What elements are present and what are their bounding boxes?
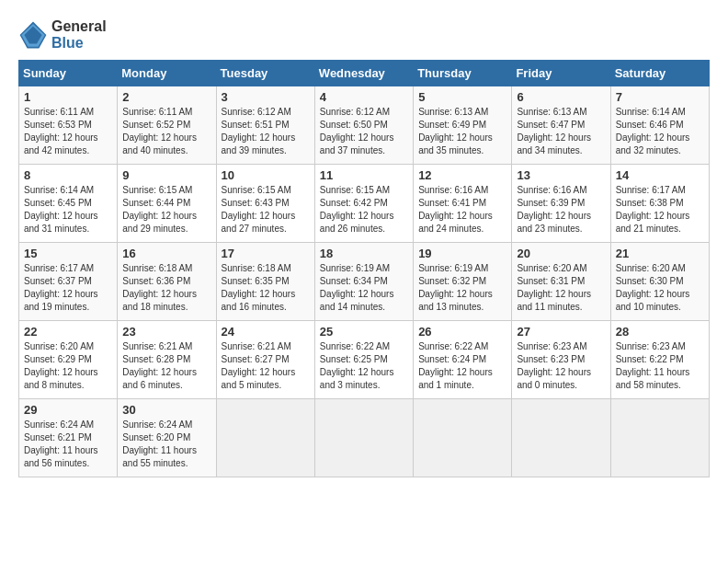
calendar-cell [610,399,709,477]
day-number: 30 [122,403,210,417]
cell-info: Sunrise: 6:16 AMSunset: 6:41 PMDaylight:… [418,184,506,236]
week-row-5: 29Sunrise: 6:24 AMSunset: 6:21 PMDayligh… [19,399,710,477]
cell-info: Sunrise: 6:17 AMSunset: 6:37 PMDaylight:… [24,262,112,314]
cell-info: Sunrise: 6:14 AMSunset: 6:46 PMDaylight:… [616,106,704,157]
day-number: 1 [24,90,112,104]
day-number: 10 [222,168,310,182]
week-row-2: 8Sunrise: 6:14 AMSunset: 6:45 PMDaylight… [19,165,710,243]
header-saturday: Saturday [610,61,709,86]
day-number: 24 [222,325,310,339]
cell-info: Sunrise: 6:20 AMSunset: 6:31 PMDaylight:… [517,262,605,314]
calendar-cell: 20Sunrise: 6:20 AMSunset: 6:31 PMDayligh… [512,243,610,321]
day-number: 21 [616,247,704,260]
calendar-cell: 25Sunrise: 6:22 AMSunset: 6:25 PMDayligh… [314,321,413,399]
calendar-cell: 30Sunrise: 6:24 AMSunset: 6:20 PMDayligh… [118,399,216,477]
day-number: 18 [320,247,408,260]
calendar-cell: 2Sunrise: 6:11 AMSunset: 6:52 PMDaylight… [118,86,216,165]
cell-info: Sunrise: 6:19 AMSunset: 6:34 PMDaylight:… [320,262,408,314]
cell-info: Sunrise: 6:22 AMSunset: 6:25 PMDaylight:… [320,340,408,392]
cell-info: Sunrise: 6:16 AMSunset: 6:39 PMDaylight:… [517,184,605,236]
day-number: 2 [122,90,210,104]
cell-info: Sunrise: 6:20 AMSunset: 6:30 PMDaylight:… [616,262,704,314]
day-number: 25 [320,325,408,339]
header-friday: Friday [512,61,610,86]
day-number: 8 [24,168,112,182]
day-number: 9 [122,168,210,182]
cell-info: Sunrise: 6:23 AMSunset: 6:23 PMDaylight:… [517,340,605,392]
calendar-cell: 23Sunrise: 6:21 AMSunset: 6:28 PMDayligh… [118,321,216,399]
header-tuesday: Tuesday [216,61,314,86]
day-number: 5 [418,90,506,104]
cell-info: Sunrise: 6:15 AMSunset: 6:42 PMDaylight:… [320,184,408,236]
day-number: 3 [222,90,310,104]
page-header: General Blue [18,18,710,51]
calendar-cell: 11Sunrise: 6:15 AMSunset: 6:42 PMDayligh… [314,165,413,243]
cell-info: Sunrise: 6:13 AMSunset: 6:47 PMDaylight:… [517,106,605,157]
day-number: 28 [616,325,704,339]
logo-icon [18,20,48,50]
calendar-cell: 4Sunrise: 6:12 AMSunset: 6:50 PMDaylight… [314,86,413,165]
calendar-cell: 5Sunrise: 6:13 AMSunset: 6:49 PMDaylight… [414,86,512,165]
cell-info: Sunrise: 6:23 AMSunset: 6:22 PMDaylight:… [616,340,704,392]
calendar-cell: 24Sunrise: 6:21 AMSunset: 6:27 PMDayligh… [216,321,314,399]
day-number: 29 [24,403,112,417]
header-monday: Monday [118,61,216,86]
day-number: 6 [517,90,605,104]
calendar-cell: 10Sunrise: 6:15 AMSunset: 6:43 PMDayligh… [216,165,314,243]
calendar-cell: 15Sunrise: 6:17 AMSunset: 6:37 PMDayligh… [19,243,118,321]
calendar-cell: 8Sunrise: 6:14 AMSunset: 6:45 PMDaylight… [19,165,118,243]
calendar-cell: 28Sunrise: 6:23 AMSunset: 6:22 PMDayligh… [610,321,709,399]
calendar-cell: 18Sunrise: 6:19 AMSunset: 6:34 PMDayligh… [314,243,413,321]
day-number: 22 [24,325,112,339]
day-number: 11 [320,168,408,182]
header-sunday: Sunday [19,61,118,86]
calendar-cell: 6Sunrise: 6:13 AMSunset: 6:47 PMDaylight… [512,86,610,165]
day-number: 17 [222,247,310,260]
calendar-cell: 17Sunrise: 6:18 AMSunset: 6:35 PMDayligh… [216,243,314,321]
day-number: 14 [616,168,704,182]
cell-info: Sunrise: 6:14 AMSunset: 6:45 PMDaylight:… [24,184,112,236]
calendar-cell: 29Sunrise: 6:24 AMSunset: 6:21 PMDayligh… [19,399,118,477]
calendar-cell: 13Sunrise: 6:16 AMSunset: 6:39 PMDayligh… [512,165,610,243]
calendar-cell: 19Sunrise: 6:19 AMSunset: 6:32 PMDayligh… [414,243,512,321]
calendar-cell [314,399,413,477]
calendar-table: SundayMondayTuesdayWednesdayThursdayFrid… [18,60,710,477]
calendar-header-row: SundayMondayTuesdayWednesdayThursdayFrid… [19,61,710,86]
day-number: 23 [122,325,210,339]
calendar-cell [216,399,314,477]
calendar-cell: 1Sunrise: 6:11 AMSunset: 6:53 PMDaylight… [19,86,118,165]
day-number: 20 [517,247,605,260]
day-number: 13 [517,168,605,182]
cell-info: Sunrise: 6:21 AMSunset: 6:27 PMDaylight:… [222,340,310,392]
calendar-cell: 27Sunrise: 6:23 AMSunset: 6:23 PMDayligh… [512,321,610,399]
cell-info: Sunrise: 6:15 AMSunset: 6:44 PMDaylight:… [122,184,210,236]
cell-info: Sunrise: 6:24 AMSunset: 6:21 PMDaylight:… [24,419,112,470]
cell-info: Sunrise: 6:17 AMSunset: 6:38 PMDaylight:… [616,184,704,236]
calendar-cell: 16Sunrise: 6:18 AMSunset: 6:36 PMDayligh… [118,243,216,321]
calendar-cell: 21Sunrise: 6:20 AMSunset: 6:30 PMDayligh… [610,243,709,321]
calendar-cell [414,399,512,477]
day-number: 4 [320,90,408,104]
day-number: 7 [616,90,704,104]
calendar-cell: 9Sunrise: 6:15 AMSunset: 6:44 PMDaylight… [118,165,216,243]
calendar-cell: 7Sunrise: 6:14 AMSunset: 6:46 PMDaylight… [610,86,709,165]
logo: General Blue [18,18,107,51]
cell-info: Sunrise: 6:18 AMSunset: 6:36 PMDaylight:… [122,262,210,314]
day-number: 15 [24,247,112,260]
cell-info: Sunrise: 6:12 AMSunset: 6:51 PMDaylight:… [222,106,310,157]
day-number: 19 [418,247,506,260]
cell-info: Sunrise: 6:22 AMSunset: 6:24 PMDaylight:… [418,340,506,392]
cell-info: Sunrise: 6:15 AMSunset: 6:43 PMDaylight:… [222,184,310,236]
day-number: 26 [418,325,506,339]
day-number: 16 [122,247,210,260]
day-number: 27 [517,325,605,339]
calendar-cell: 14Sunrise: 6:17 AMSunset: 6:38 PMDayligh… [610,165,709,243]
cell-info: Sunrise: 6:21 AMSunset: 6:28 PMDaylight:… [122,340,210,392]
cell-info: Sunrise: 6:12 AMSunset: 6:50 PMDaylight:… [320,106,408,157]
cell-info: Sunrise: 6:13 AMSunset: 6:49 PMDaylight:… [418,106,506,157]
week-row-3: 15Sunrise: 6:17 AMSunset: 6:37 PMDayligh… [19,243,710,321]
header-wednesday: Wednesday [314,61,413,86]
day-number: 12 [418,168,506,182]
calendar-cell: 26Sunrise: 6:22 AMSunset: 6:24 PMDayligh… [414,321,512,399]
cell-info: Sunrise: 6:19 AMSunset: 6:32 PMDaylight:… [418,262,506,314]
